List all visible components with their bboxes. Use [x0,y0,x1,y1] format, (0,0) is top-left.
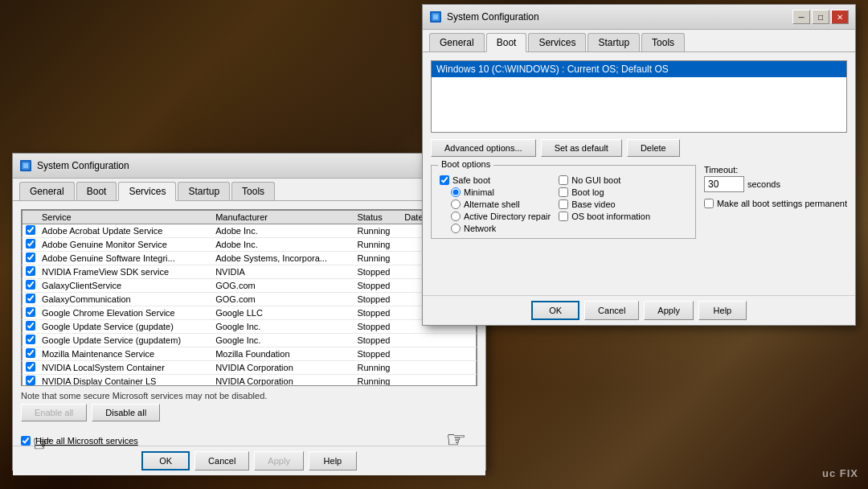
service-checkbox[interactable] [26,321,35,331]
table-row[interactable]: Adobe Genuine Software Integri... Adobe … [23,252,477,265]
table-row[interactable]: Google Update Service (gupdatem) Google … [23,334,477,347]
boot-dialog-title: System Configuration [447,11,788,23]
services-titlebar[interactable]: System Configuration ─ □ ✕ [13,154,485,179]
table-row[interactable]: GalaxyCommunication GOG.com Stopped [23,293,477,306]
delete-btn[interactable]: Delete [627,139,680,157]
os-boot-info-checkbox[interactable] [559,212,568,221]
row-checkbox-cell[interactable] [23,347,39,361]
boot-list-wrapper[interactable]: Windows 10 (C:\WINDOWS) : Current OS; De… [431,60,847,133]
row-checkbox-cell[interactable] [23,293,39,306]
service-checkbox[interactable] [26,307,35,317]
minimal-radio[interactable] [451,187,461,197]
services-ok-btn[interactable]: OK [141,451,190,471]
set-default-btn[interactable]: Set as default [541,139,622,157]
os-boot-info-label[interactable]: OS boot information [571,212,650,221]
tab-startup[interactable]: Startup [178,182,230,200]
row-checkbox-cell[interactable] [23,334,39,347]
minimal-label[interactable]: Minimal [464,187,494,197]
table-row[interactable]: NVIDIA FrameView SDK service NVIDIA Stop… [23,265,477,279]
advanced-options-btn[interactable]: Advanced options... [431,139,536,157]
service-checkbox[interactable] [26,266,35,276]
boot-maximize-btn[interactable]: □ [812,10,829,24]
hide-ms-checkbox[interactable] [21,436,31,446]
boot-apply-btn[interactable]: Apply [644,301,694,320]
boot-ok-btn[interactable]: OK [531,301,579,320]
col-status[interactable]: Status [354,211,401,224]
service-status: Running [354,238,401,252]
services-apply-btn[interactable]: Apply [254,451,304,471]
table-row[interactable]: Mozilla Maintenance Service Mozilla Foun… [23,347,477,361]
boot-list-item[interactable]: Windows 10 (C:\WINDOWS) : Current OS; De… [432,61,846,77]
alternate-shell-label[interactable]: Alternate shell [464,199,520,209]
row-checkbox-cell[interactable] [23,224,39,238]
disable-all-btn[interactable]: Disable all [92,404,160,421]
boot-help-btn[interactable]: Help [698,301,747,320]
no-gui-checkbox[interactable] [559,175,568,185]
row-checkbox-cell[interactable] [23,238,39,252]
boot-titlebar[interactable]: System Configuration ─ □ ✕ [423,5,855,30]
boot-tab-startup[interactable]: Startup [588,33,640,51]
service-date [401,361,476,375]
enable-all-btn[interactable]: Enable all [21,404,87,421]
service-checkbox[interactable] [26,362,35,372]
no-gui-label[interactable]: No GUI boot [571,175,620,185]
timeout-input[interactable] [704,176,744,192]
network-label[interactable]: Network [464,224,496,233]
row-checkbox-cell[interactable] [23,279,39,293]
service-checkbox[interactable] [26,280,35,290]
row-checkbox-cell[interactable] [23,252,39,265]
boot-tab-tools[interactable]: Tools [641,33,685,51]
boot-close-btn[interactable]: ✕ [831,10,849,24]
boot-log-checkbox[interactable] [559,187,568,197]
alternate-shell-radio[interactable] [451,199,461,209]
service-checkbox[interactable] [26,225,35,235]
col-manufacturer[interactable]: Manufacturer [212,211,354,224]
row-checkbox-cell[interactable] [23,375,39,387]
network-radio[interactable] [451,224,461,233]
table-row[interactable]: Google Chrome Elevation Service Google L… [23,306,477,320]
services-table: Service Manufacturer Status Date Disable… [22,210,477,386]
base-video-item: Base video [559,199,650,209]
table-row[interactable]: NVIDIA LocalSystem Container NVIDIA Corp… [23,361,477,375]
table-row[interactable]: GalaxyClientService GOG.com Stopped [23,279,477,293]
row-checkbox-cell[interactable] [23,265,39,279]
active-directory-radio[interactable] [451,212,461,221]
service-checkbox[interactable] [26,376,35,385]
hide-ms-label[interactable]: Hide all Microsoft services [35,436,138,446]
safe-boot-checkbox[interactable] [440,175,449,185]
table-row[interactable]: Adobe Acrobat Update Service Adobe Inc. … [23,224,477,238]
timeout-group: Timeout: seconds [704,165,847,192]
table-row[interactable]: Google Update Service (gupdate) Google I… [23,320,477,334]
services-help-btn[interactable]: Help [309,451,357,471]
boot-log-label[interactable]: Boot log [571,187,604,197]
safe-boot-label[interactable]: Safe boot [452,175,490,185]
base-video-label[interactable]: Base video [571,199,615,209]
row-checkbox-cell[interactable] [23,361,39,375]
boot-cancel-btn[interactable]: Cancel [584,301,639,320]
make-permanent-checkbox[interactable] [704,199,714,208]
active-directory-label[interactable]: Active Directory repair [464,212,551,221]
watermark: uc FIX [822,467,858,479]
tab-boot[interactable]: Boot [76,182,117,200]
boot-minimize-btn[interactable]: ─ [792,10,810,24]
service-checkbox[interactable] [26,335,35,344]
table-row[interactable]: Adobe Genuine Monitor Service Adobe Inc.… [23,238,477,252]
service-checkbox[interactable] [26,239,35,249]
boot-tab-services[interactable]: Services [528,33,586,51]
services-cancel-btn[interactable]: Cancel [194,451,249,471]
services-table-wrapper[interactable]: Service Manufacturer Status Date Disable… [21,209,477,386]
boot-tab-general[interactable]: General [429,33,485,51]
service-checkbox[interactable] [26,294,35,303]
base-video-checkbox[interactable] [559,199,568,209]
boot-tab-boot[interactable]: Boot [486,33,527,52]
row-checkbox-cell[interactable] [23,306,39,320]
service-checkbox[interactable] [26,253,35,262]
row-checkbox-cell[interactable] [23,320,39,334]
col-service[interactable]: Service [39,211,212,224]
service-checkbox[interactable] [26,348,35,358]
tab-tools[interactable]: Tools [231,182,275,200]
tab-services[interactable]: Services [118,182,176,201]
table-row[interactable]: NVIDIA Display Container LS NVIDIA Corpo… [23,375,477,387]
tab-general[interactable]: General [19,182,75,200]
make-permanent-label[interactable]: Make all boot settings permanent [717,199,847,208]
